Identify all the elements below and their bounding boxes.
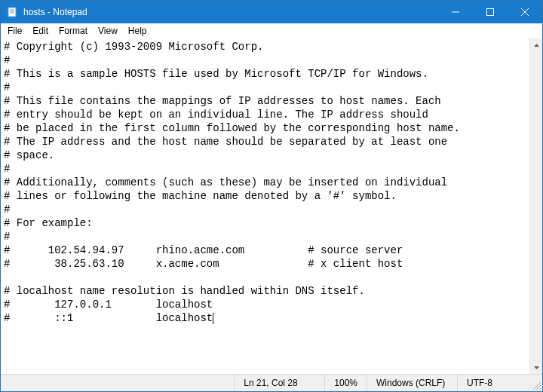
menu-edit[interactable]: Edit [27,25,54,37]
svg-line-10 [539,388,541,390]
svg-rect-5 [487,9,494,16]
statusbar: Ln 21, Col 28 100% Windows (CRLF) UTF-8 [1,374,542,391]
chevron-up-icon [534,44,539,47]
menu-file[interactable]: File [2,25,27,37]
status-position: Ln 21, Col 28 [235,375,325,391]
svg-rect-0 [8,8,16,17]
editor-content[interactable]: # Copyright (c) 1993-2009 Microsoft Corp… [1,38,542,326]
vertical-scrollbar[interactable] [529,38,542,374]
notepad-window: hosts - Notepad File Edit Format View He… [0,0,543,392]
menu-view[interactable]: View [93,25,123,37]
maximize-icon [486,8,494,16]
statusbar-spacer [1,375,235,391]
maximize-button[interactable] [473,1,508,23]
menu-help[interactable]: Help [123,25,152,37]
status-encoding: UTF-8 [458,375,529,391]
editor-text: # Copyright (c) 1993-2009 Microsoft Corp… [4,41,460,324]
status-line-ending: Windows (CRLF) [367,375,458,391]
menubar: File Edit Format View Help [1,23,542,38]
titlebar[interactable]: hosts - Notepad [1,1,542,23]
menu-format[interactable]: Format [54,25,93,37]
scroll-down-button[interactable] [530,361,542,374]
text-caret [213,313,213,324]
notepad-app-icon [7,6,19,18]
resize-grip[interactable] [529,375,542,391]
minimize-button[interactable] [438,1,473,23]
close-button[interactable] [508,1,542,23]
scrollbar-track[interactable] [530,51,542,361]
window-title: hosts - Notepad [23,7,87,17]
status-zoom: 100% [325,375,367,391]
minimize-icon [452,8,459,16]
editor-area[interactable]: # Copyright (c) 1993-2009 Microsoft Corp… [1,38,542,374]
resize-grip-icon [532,381,541,390]
close-icon [521,8,529,16]
chevron-down-icon [534,366,539,369]
scroll-up-button[interactable] [530,38,542,51]
